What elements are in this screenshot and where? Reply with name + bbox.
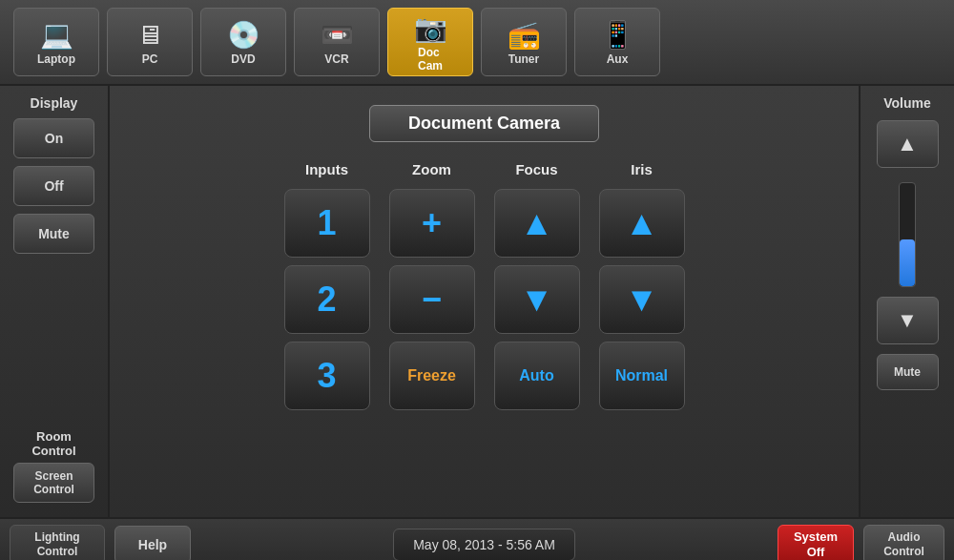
bottom-bar: LightingControl Help May 08, 2013 - 5:56… — [0, 517, 954, 560]
zoom-out-button[interactable]: − — [389, 265, 475, 334]
center-panel: Document Camera Inputs 1 2 3 Zoom + − Fr… — [110, 86, 859, 517]
display-title: Display — [31, 95, 78, 111]
panel-title: Document Camera — [369, 105, 599, 142]
inputs-column: Inputs 1 2 3 — [284, 161, 370, 410]
zoom-column: Zoom + − Freeze — [389, 161, 475, 410]
display-off-button[interactable]: Off — [13, 166, 94, 206]
room-control-section: RoomControl ScreenControl — [8, 429, 100, 508]
display-mute-button[interactable]: Mute — [13, 214, 94, 254]
right-panel: Volume ▲ ▼ Mute — [859, 86, 954, 517]
vcr-icon — [321, 19, 354, 51]
focus-header: Focus — [515, 161, 557, 177]
source-aux-label: Aux — [607, 52, 629, 66]
source-dvd[interactable]: DVD — [200, 8, 286, 76]
source-vcr[interactable]: VCR — [294, 8, 380, 76]
volume-track — [899, 182, 916, 287]
lighting-control-button[interactable]: LightingControl — [10, 525, 105, 561]
focus-column: Focus ▲ ▼ Auto — [494, 161, 580, 410]
screen-control-button[interactable]: ScreenControl — [13, 463, 94, 503]
input-2-button[interactable]: 2 — [284, 265, 370, 334]
source-doccam[interactable]: DocCam — [387, 8, 473, 76]
laptop-icon — [40, 19, 73, 51]
iris-column: Iris ▲ ▼ Normal — [599, 161, 685, 410]
aux-icon — [601, 19, 634, 51]
pc-icon — [136, 19, 163, 51]
top-source-bar: Laptop PC DVD VCR DocCam Tuner Aux — [0, 0, 954, 86]
system-off-button[interactable]: SystemOff — [778, 525, 854, 561]
volume-title: Volume — [883, 95, 931, 111]
inputs-header: Inputs — [305, 161, 348, 177]
iris-normal-button[interactable]: Normal — [599, 342, 685, 410]
zoom-in-button[interactable]: + — [389, 189, 475, 258]
source-tuner-label: Tuner — [508, 52, 539, 66]
freeze-button[interactable]: Freeze — [389, 342, 475, 410]
source-vcr-label: VCR — [324, 52, 348, 66]
volume-up-icon: ▲ — [897, 132, 918, 156]
iris-header: Iris — [631, 161, 653, 177]
input-1-button[interactable]: 1 — [284, 189, 370, 258]
room-control-title: RoomControl — [31, 429, 75, 458]
volume-down-icon: ▼ — [897, 308, 918, 333]
source-dvd-label: DVD — [231, 52, 255, 66]
source-pc-label: PC — [142, 52, 158, 66]
volume-down-button[interactable]: ▼ — [877, 297, 939, 344]
source-tuner[interactable]: Tuner — [481, 8, 567, 76]
focus-down-button[interactable]: ▼ — [494, 265, 580, 334]
help-button[interactable]: Help — [114, 526, 191, 561]
focus-up-button[interactable]: ▲ — [494, 189, 580, 258]
volume-up-button[interactable]: ▲ — [877, 120, 939, 168]
dvd-icon — [227, 19, 260, 51]
audio-control-button[interactable]: AudioControl — [863, 525, 944, 561]
display-on-button[interactable]: On — [13, 118, 94, 158]
volume-fill — [900, 239, 915, 286]
iris-up-button[interactable]: ▲ — [599, 189, 685, 258]
iris-down-button[interactable]: ▼ — [599, 265, 685, 334]
source-laptop-label: Laptop — [37, 52, 75, 66]
source-doccam-label: DocCam — [418, 46, 443, 73]
main-area: Display On Off Mute RoomControl ScreenCo… — [0, 86, 954, 517]
source-aux[interactable]: Aux — [574, 8, 660, 76]
left-panel: Display On Off Mute RoomControl ScreenCo… — [0, 86, 110, 517]
zoom-header: Zoom — [412, 161, 451, 177]
controls-grid: Inputs 1 2 3 Zoom + − Freeze Focus ▲ ▼ A… — [284, 161, 685, 410]
source-pc[interactable]: PC — [107, 8, 193, 76]
tuner-icon — [508, 19, 541, 51]
focus-auto-button[interactable]: Auto — [494, 342, 580, 410]
input-3-button[interactable]: 3 — [284, 342, 370, 410]
source-laptop[interactable]: Laptop — [13, 8, 99, 76]
volume-slider-container — [877, 177, 939, 292]
doccam-icon — [414, 12, 447, 44]
datetime-display: May 08, 2013 - 5:56 AM — [393, 529, 575, 561]
volume-mute-button[interactable]: Mute — [877, 354, 939, 390]
